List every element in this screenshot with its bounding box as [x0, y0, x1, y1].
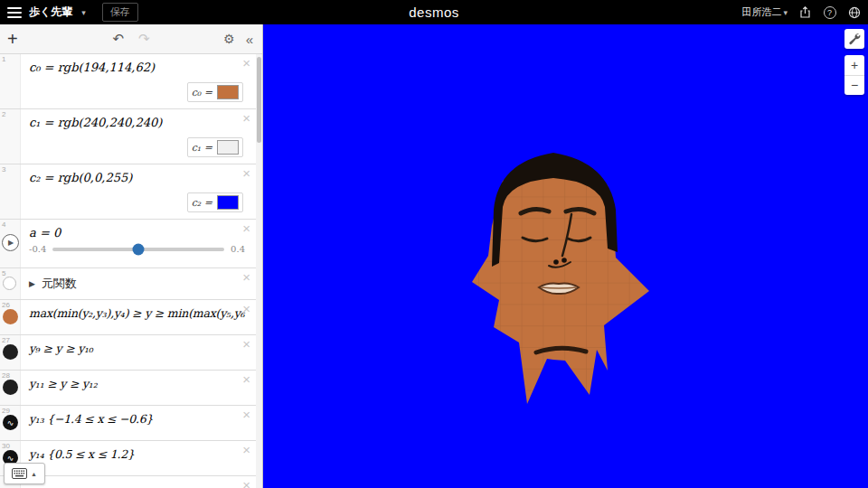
- graph-paper[interactable]: + −: [263, 24, 868, 488]
- menu-icon[interactable]: [7, 7, 22, 18]
- remove-expression-button[interactable]: ×: [242, 221, 250, 235]
- plot-style-icon[interactable]: [3, 380, 18, 395]
- color-swatch[interactable]: [217, 195, 239, 210]
- color-preview: c₁ =: [187, 137, 243, 157]
- expression-row[interactable]: 4▶a = 0-0.40.4×: [0, 220, 256, 268]
- expression-panel: + ↶ ↷ ⚙ « 1c₀ = rgb(194,114,62)c₀ =×2c₁ …: [0, 24, 263, 488]
- title-caret-icon[interactable]: ▾: [81, 8, 86, 17]
- remove-expression-button[interactable]: ×: [242, 56, 250, 70]
- curve-glyph-icon: ∿: [7, 418, 14, 427]
- expression-row[interactable]: 2c₁ = rgb(240,240,240)c₁ =×: [0, 109, 256, 164]
- edit-list-gear-icon[interactable]: ⚙: [223, 32, 235, 46]
- remove-expression-button[interactable]: ×: [242, 270, 250, 284]
- redo-button[interactable]: ↷: [138, 31, 150, 47]
- graph-settings-button[interactable]: [844, 29, 864, 49]
- expression-content[interactable]: y₁₁ ≥ y ≥ y₁₂: [21, 371, 256, 405]
- remove-expression-button[interactable]: ×: [242, 443, 250, 456]
- row-number: 2: [2, 110, 5, 118]
- expression-content[interactable]: a = 0-0.40.4: [21, 220, 256, 267]
- row-number: 5: [2, 269, 5, 277]
- expression-gutter[interactable]: 4▶: [0, 220, 21, 267]
- account-menu[interactable]: 田所浩二 ▾: [741, 5, 788, 19]
- expression-gutter[interactable]: 29∿: [0, 406, 21, 440]
- plot-style-icon[interactable]: [3, 309, 18, 324]
- expression-gutter[interactable]: 2: [0, 109, 21, 164]
- help-icon[interactable]: ?: [823, 5, 836, 19]
- expression-content[interactable]: [21, 476, 256, 488]
- expression-row[interactable]: 5▶元関数×: [0, 268, 256, 300]
- expression-row[interactable]: 26max(min(y₂,y₃),y₄) ≥ y ≥ min(max(y₅,y₆…: [0, 300, 256, 335]
- color-preview-label: c₁ =: [192, 142, 212, 154]
- expression-row[interactable]: 3c₂ = rgb(0,0,255)c₂ =×: [0, 164, 256, 220]
- row-number: 1: [2, 55, 5, 63]
- plot-style-icon[interactable]: [3, 344, 18, 360]
- zoom-controls: + −: [844, 55, 864, 95]
- color-preview-label: c₂ =: [192, 197, 212, 209]
- expression-row[interactable]: 1c₀ = rgb(194,114,62)c₀ =×: [0, 54, 256, 109]
- collapse-panel-icon[interactable]: «: [246, 32, 253, 47]
- expression-row[interactable]: 29∿y₁₃ {−1.4 ≤ x ≤ −0.6}×: [0, 406, 256, 441]
- slider-play-button[interactable]: ▶: [2, 234, 19, 251]
- row-number: 28: [2, 371, 10, 380]
- expression-gutter[interactable]: 3: [0, 164, 21, 219]
- keyboard-caret-icon: ▲: [31, 471, 37, 477]
- expression-gutter[interactable]: 26: [0, 300, 21, 334]
- expression-content[interactable]: ▶元関数: [21, 268, 256, 299]
- account-name: 田所浩二: [741, 5, 781, 19]
- expression-gutter[interactable]: 27: [0, 335, 21, 370]
- expression-row[interactable]: 27y₉ ≥ y ≥ y₁₀×: [0, 335, 256, 371]
- remove-expression-button[interactable]: ×: [242, 337, 250, 351]
- expression-content[interactable]: y₁₃ {−1.4 ≤ x ≤ −0.6}: [21, 406, 256, 440]
- scrollbar-thumb[interactable]: [257, 57, 261, 143]
- expression-content[interactable]: y₁₄ {0.5 ≤ x ≤ 1.2}: [21, 441, 256, 475]
- folder-arrow-icon[interactable]: ▶: [29, 279, 35, 288]
- expression-row[interactable]: 28y₁₁ ≥ y ≥ y₁₂×: [0, 371, 256, 406]
- expression-content[interactable]: y₉ ≥ y ≥ y₁₀: [21, 335, 256, 370]
- add-expression-button[interactable]: +: [7, 30, 18, 48]
- top-header-bar: 歩く先輩 ▾ 保存 desmos 田所浩二 ▾ ?: [0, 0, 868, 24]
- expression-scrollbar[interactable]: [256, 54, 262, 488]
- keyboard-icon: [12, 468, 27, 479]
- color-swatch[interactable]: [217, 85, 239, 99]
- expression-toolbar: + ↶ ↷ ⚙ «: [0, 24, 262, 54]
- expression-content[interactable]: c₁ = rgb(240,240,240)c₁ =: [21, 109, 256, 164]
- color-preview-label: c₀ =: [192, 87, 212, 99]
- row-number: 4: [2, 221, 5, 229]
- remove-expression-button[interactable]: ×: [242, 166, 250, 180]
- keyboard-toggle-button[interactable]: ▲: [4, 463, 45, 484]
- expression-content[interactable]: max(min(y₂,y₃),y₄) ≥ y ≥ min(max(y₅,y₆: [21, 300, 256, 334]
- folder-title: 元関数: [42, 276, 77, 292]
- remove-expression-button[interactable]: ×: [242, 478, 250, 488]
- zoom-in-button[interactable]: +: [844, 55, 864, 75]
- save-button[interactable]: 保存: [102, 3, 138, 22]
- share-icon[interactable]: [798, 5, 812, 19]
- undo-button[interactable]: ↶: [112, 31, 124, 47]
- expression-latex: c₀ = rgb(194,114,62): [29, 61, 250, 74]
- color-swatch[interactable]: [217, 140, 239, 155]
- slider-handle[interactable]: [133, 243, 145, 255]
- expression-gutter[interactable]: 1: [0, 54, 21, 108]
- expression-latex: y₉ ≥ y ≥ y₁₀: [29, 342, 250, 355]
- color-preview: c₂ =: [187, 192, 243, 212]
- expression-content[interactable]: c₀ = rgb(194,114,62)c₀ =: [21, 54, 256, 108]
- expression-gutter[interactable]: 28: [0, 371, 21, 405]
- row-number: 26: [2, 301, 10, 309]
- slider-track[interactable]: [52, 248, 224, 251]
- expression-content[interactable]: c₂ = rgb(0,0,255)c₂ =: [21, 164, 256, 219]
- remove-expression-button[interactable]: ×: [242, 302, 250, 315]
- plot-style-icon[interactable]: ∿: [3, 415, 18, 430]
- slider-min-label: -0.4: [29, 244, 46, 254]
- remove-expression-button[interactable]: ×: [242, 372, 250, 386]
- row-number: 3: [2, 165, 5, 174]
- folder-toggle-icon[interactable]: [3, 277, 16, 290]
- row-number: 30: [2, 442, 10, 450]
- left-nostril: [553, 259, 559, 265]
- remove-expression-button[interactable]: ×: [242, 408, 250, 421]
- expression-gutter[interactable]: 5: [0, 268, 21, 299]
- language-globe-icon[interactable]: [847, 5, 861, 19]
- graph-title[interactable]: 歩く先輩: [29, 5, 72, 20]
- zoom-out-button[interactable]: −: [844, 75, 864, 96]
- expression-latex: a = 0: [29, 226, 250, 239]
- remove-expression-button[interactable]: ×: [242, 111, 250, 125]
- right-nostril: [561, 258, 567, 263]
